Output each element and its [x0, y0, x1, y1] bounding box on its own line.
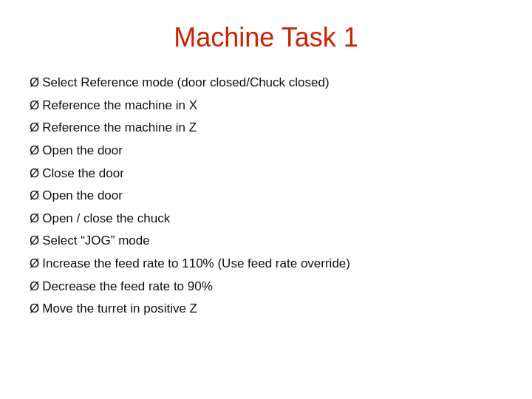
bullet-icon: Ø: [30, 187, 39, 205]
list-item: ØOpen the door: [30, 187, 502, 205]
list-item: ØDecrease the feed rate to 90%: [30, 278, 502, 296]
bullet-icon: Ø: [30, 255, 39, 273]
bullet-icon: Ø: [30, 232, 39, 250]
task-list: ØSelect Reference mode (door closed/Chuc…: [30, 74, 502, 318]
list-item: ØReference the machine in X: [30, 97, 502, 115]
list-item: ØSelect Reference mode (door closed/Chuc…: [30, 74, 502, 92]
list-item: ØOpen the door: [30, 142, 502, 160]
list-item-text: Open the door: [42, 187, 123, 205]
bullet-icon: Ø: [30, 119, 39, 137]
list-item-text: Reference the machine in X: [42, 97, 197, 115]
list-item: ØClose the door: [30, 165, 502, 183]
bullet-icon: Ø: [30, 210, 39, 228]
bullet-icon: Ø: [30, 165, 39, 183]
bullet-icon: Ø: [30, 300, 39, 318]
list-item-text: Reference the machine in Z: [42, 119, 197, 137]
list-item-text: Select Reference mode (door closed/Chuck…: [42, 74, 329, 92]
list-item-text: Open the door: [42, 142, 123, 160]
bullet-icon: Ø: [30, 278, 39, 296]
list-item-text: Decrease the feed rate to 90%: [42, 278, 213, 296]
list-item: ØReference the machine in Z: [30, 119, 502, 137]
list-item-text: Select “JOG” mode: [42, 232, 150, 250]
list-item-text: Open / close the chuck: [42, 210, 170, 228]
bullet-icon: Ø: [30, 97, 39, 115]
list-item-text: Increase the feed rate to 110% (Use feed…: [42, 255, 350, 273]
list-item-text: Close the door: [42, 165, 124, 183]
list-item-text: Move the turret in positive Z: [42, 300, 197, 318]
list-item: ØSelect “JOG” mode: [30, 232, 502, 250]
bullet-icon: Ø: [30, 142, 39, 160]
page-title: Machine Task 1: [174, 22, 358, 53]
bullet-icon: Ø: [30, 74, 39, 92]
list-item: ØIncrease the feed rate to 110% (Use fee…: [30, 255, 502, 273]
list-item: ØMove the turret in positive Z: [30, 300, 502, 318]
list-item: ØOpen / close the chuck: [30, 210, 502, 228]
